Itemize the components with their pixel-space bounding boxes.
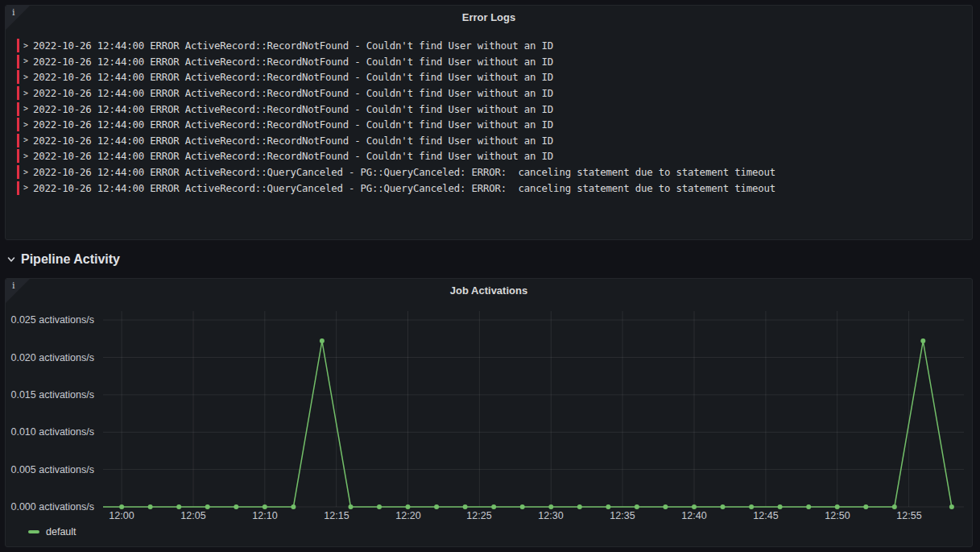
y-axis-tick-label: 0.000 activations/s [10,500,94,513]
log-message: 2022-10-26 12:44:00 ERROR ActiveRecord::… [33,135,553,147]
job-activations-panel-title[interactable]: Job Activations [6,279,972,303]
log-expand-icon[interactable]: > [23,168,33,176]
log-message: 2022-10-26 12:44:00 ERROR ActiveRecord::… [33,39,553,52]
series-color-swatch [28,530,39,533]
data-point[interactable] [434,504,439,509]
log-row[interactable]: >2022-10-26 12:44:00 ERROR ActiveRecord:… [17,133,964,149]
log-expand-icon[interactable]: > [23,136,33,144]
y-axis-tick-label: 0.010 activations/s [10,425,94,438]
data-point[interactable] [320,338,325,343]
log-row[interactable]: >2022-10-26 12:44:00 ERROR ActiveRecord:… [17,69,964,85]
data-point[interactable] [349,504,354,509]
log-message: 2022-10-26 12:44:00 ERROR ActiveRecord::… [33,87,553,99]
series-line [103,341,952,507]
log-level-bar [17,55,19,68]
y-axis-tick-label: 0.005 activations/s [10,463,94,476]
data-point[interactable] [721,504,726,509]
job-activations-panel: i Job Activations 0.000 activations/s0.0… [5,278,973,547]
log-expand-icon[interactable]: > [23,89,33,98]
log-level-bar [17,102,19,116]
y-axis-tick-label: 0.025 activations/s [10,313,94,326]
y-axis-tick-label: 0.015 activations/s [10,388,94,401]
log-row[interactable]: >2022-10-26 12:44:00 ERROR ActiveRecord:… [17,54,964,70]
log-row[interactable]: >2022-10-26 12:44:00 ERROR ActiveRecord:… [17,117,964,133]
data-point[interactable] [406,504,411,509]
legend-item-default[interactable]: default [28,526,76,537]
log-expand-icon[interactable]: > [23,184,33,192]
data-point[interactable] [806,504,811,509]
data-point[interactable] [892,504,897,509]
data-point[interactable] [176,504,181,509]
error-logs-panel: i Error Logs >2022-10-26 12:44:00 ERROR … [5,5,973,240]
log-message: 2022-10-26 12:44:00 ERROR ActiveRecord::… [33,118,553,131]
log-message: 2022-10-26 12:44:00 ERROR ActiveRecord::… [33,166,775,178]
data-point[interactable] [778,504,783,509]
data-point[interactable] [692,504,697,509]
data-point[interactable] [577,504,582,509]
data-point[interactable] [835,504,840,509]
data-point[interactable] [920,338,925,343]
log-level-bar [17,181,19,195]
log-message: 2022-10-26 12:44:00 ERROR ActiveRecord::… [33,56,553,68]
row-header-pipeline-activity[interactable]: Pipeline Activity [6,249,120,270]
log-row[interactable]: >2022-10-26 12:44:00 ERROR ActiveRecord:… [17,180,964,196]
log-level-bar [17,86,19,100]
log-row[interactable]: >2022-10-26 12:44:00 ERROR ActiveRecord:… [17,85,964,102]
log-row[interactable]: >2022-10-26 12:44:00 ERROR ActiveRecord:… [17,164,964,181]
data-point[interactable] [263,504,267,509]
data-point[interactable] [635,504,639,509]
dashboard: i Error Logs >2022-10-26 12:44:00 ERROR … [0,0,980,552]
log-expand-icon[interactable]: > [23,73,33,81]
log-expand-icon[interactable]: > [23,105,33,113]
log-expand-icon[interactable]: > [23,121,33,129]
data-point[interactable] [291,504,296,509]
log-level-bar [17,70,19,84]
log-message: 2022-10-26 12:44:00 ERROR ActiveRecord::… [33,103,553,115]
data-point[interactable] [520,504,525,509]
data-point[interactable] [463,504,468,509]
line-chart[interactable] [103,311,964,513]
log-level-bar [17,134,19,147]
log-level-bar [17,118,19,131]
log-list: >2022-10-26 12:44:00 ERROR ActiveRecord:… [17,38,964,196]
y-axis-tick-label: 0.020 activations/s [10,351,94,364]
log-message: 2022-10-26 12:44:00 ERROR ActiveRecord::… [33,150,553,162]
log-expand-icon[interactable]: > [23,152,33,160]
data-point[interactable] [548,504,553,509]
data-point[interactable] [749,504,754,509]
data-point[interactable] [863,504,868,509]
log-expand-icon[interactable]: > [23,57,33,65]
row-title: Pipeline Activity [21,252,120,267]
data-point[interactable] [377,504,382,509]
log-expand-icon[interactable]: > [23,42,33,50]
log-message: 2022-10-26 12:44:00 ERROR ActiveRecord::… [33,182,775,194]
series-legend-label: default [46,526,76,537]
data-point[interactable] [205,504,210,509]
log-level-bar [17,149,19,163]
log-level-bar [17,39,19,52]
log-row[interactable]: >2022-10-26 12:44:00 ERROR ActiveRecord:… [17,38,964,54]
data-point[interactable] [491,504,496,509]
data-point[interactable] [949,504,954,509]
log-message: 2022-10-26 12:44:00 ERROR ActiveRecord::… [33,71,553,83]
log-row[interactable]: >2022-10-26 12:44:00 ERROR ActiveRecord:… [17,148,964,164]
data-point[interactable] [606,504,610,509]
data-point[interactable] [119,504,124,509]
error-logs-panel-title[interactable]: Error Logs [6,6,972,30]
data-point[interactable] [148,504,153,509]
chevron-down-icon [6,255,16,264]
data-point[interactable] [663,504,668,509]
log-row[interactable]: >2022-10-26 12:44:00 ERROR ActiveRecord:… [17,101,964,117]
log-level-bar [17,165,19,179]
data-point[interactable] [234,504,238,509]
